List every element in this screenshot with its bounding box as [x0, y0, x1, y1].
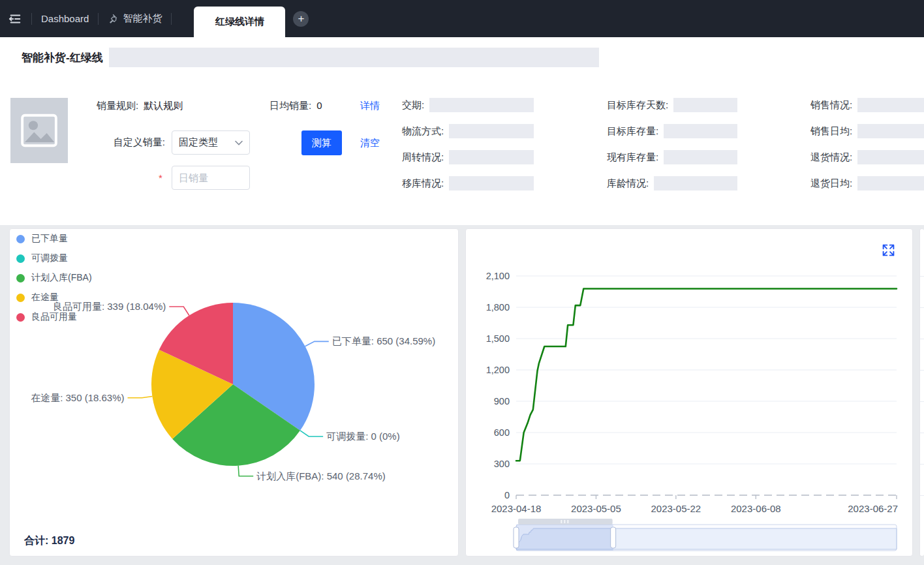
form-row: 退货情况:	[810, 150, 924, 164]
field-label: 销售日均:	[810, 125, 852, 138]
app-window: Dashboard 智能补货 红绿线详情 + 智能补货-红绿线	[0, 0, 924, 565]
legend-label: 计划入库(FBA)	[31, 272, 92, 284]
legend-item[interactable]: 计划入库(FBA)	[16, 273, 92, 282]
form-col-inventory: 目标库存天数: 目标库存量: 现有库存量: 库龄情况:	[607, 98, 737, 202]
calculate-button[interactable]: 测算	[301, 130, 342, 155]
field-label: 移库情况:	[402, 177, 444, 190]
datazoom-selection[interactable]	[516, 525, 613, 551]
x-axis-label: 2023-05-22	[651, 503, 701, 514]
divider	[31, 13, 32, 25]
field-label: 退货日均:	[810, 177, 852, 190]
field-label: 物流方式:	[402, 125, 444, 138]
form-row: 移库情况:	[402, 176, 534, 191]
y-axis-label: 1,200	[486, 365, 510, 375]
daily-avg-label: 日均销量:	[270, 100, 311, 112]
value-placeholder-box	[673, 98, 737, 112]
pie-label: 计划入库(FBA): 540 (28.74%)	[256, 470, 386, 481]
value-placeholder-box	[449, 176, 534, 191]
divider	[98, 13, 99, 25]
detail-link[interactable]: 详情	[360, 100, 380, 112]
nav-smart-replenishment[interactable]: 智能补货	[108, 12, 162, 25]
y-axis-label: 2,100	[486, 271, 510, 281]
pie-legend: 已下单量可调拨量计划入库(FBA)在途量良品可用量	[16, 234, 92, 322]
legend-item[interactable]: 良品可用量	[16, 313, 92, 322]
field-label: 现有库存量:	[607, 151, 658, 164]
daily-avg-value: 0	[316, 100, 322, 112]
required-mark: *	[159, 172, 162, 183]
y-axis-label: 1,800	[486, 302, 510, 313]
value-placeholder-box	[429, 98, 534, 112]
legend-label: 良品可用量	[31, 311, 77, 323]
title-placeholder-box	[109, 48, 599, 67]
collapse-sidebar-icon[interactable]	[8, 12, 22, 26]
y-axis-label: 600	[494, 427, 510, 438]
daily-sales-input[interactable]	[172, 166, 250, 190]
sales-rule-label: 销量规则:	[97, 100, 138, 112]
value-placeholder-box	[449, 124, 534, 138]
chevron-down-icon	[235, 140, 243, 145]
image-icon	[19, 110, 59, 151]
form-row: 库龄情况:	[607, 176, 737, 191]
value-placeholder-box	[857, 176, 924, 191]
fullscreen-expand-icon[interactable]	[882, 243, 895, 260]
value-placeholder-box	[664, 124, 737, 138]
pie-label-line	[128, 396, 153, 397]
pie-label-line	[238, 466, 253, 476]
legend-item[interactable]: 已下单量	[16, 234, 92, 243]
value-placeholder-box	[654, 176, 737, 191]
x-axis-label: 2023-04-18	[491, 503, 542, 514]
nav-dashboard-label: Dashboard	[41, 13, 89, 24]
form-col-sales: 销售情况: 销售日均: 退货情况: 退货日均:	[810, 98, 924, 202]
legend-dot-icon	[16, 254, 25, 263]
x-axis-label: 2023-05-05	[571, 503, 621, 514]
daily-avg-row: 日均销量: 0	[270, 100, 322, 112]
custom-sales-label: 自定义销量:	[90, 136, 165, 149]
field-label: 库龄情况:	[607, 177, 649, 190]
form-row: 销售情况:	[810, 98, 924, 112]
x-axis-label: 2023-06-08	[731, 503, 781, 514]
nav-dashboard[interactable]: Dashboard	[41, 13, 89, 24]
legend-dot-icon	[16, 313, 25, 322]
sales-rule-value: 默认规则	[144, 100, 183, 112]
form-row: 目标库存量:	[607, 124, 737, 138]
value-placeholder-box	[857, 98, 924, 112]
value-placeholder-box	[857, 150, 924, 164]
legend-label: 已下单量	[31, 233, 68, 245]
field-label: 目标库存天数:	[607, 99, 668, 112]
select-value: 固定类型	[179, 136, 218, 149]
page-header: 智能补货-红绿线	[22, 48, 599, 67]
form-row: 目标库存天数:	[607, 98, 737, 112]
trend-line-panel: 03006009001,2001,5001,8002,1002023-04-18…	[465, 228, 913, 557]
inventory-pie-panel: 已下单量可调拨量计划入库(FBA)在途量良品可用量 已下单量: 650 (34.…	[9, 228, 459, 557]
add-tab-button[interactable]: +	[293, 11, 309, 27]
clear-link[interactable]: 清空	[360, 137, 380, 149]
pie-total: 合计: 1879	[24, 534, 74, 548]
value-placeholder-box	[664, 150, 737, 164]
pie-label-line	[300, 431, 323, 436]
datazoom-move-handle[interactable]	[518, 519, 613, 525]
form-row: 退货日均:	[810, 176, 924, 191]
trend-line-series	[516, 289, 897, 461]
divider	[171, 13, 172, 25]
charts-region: 已下单量可调拨量计划入库(FBA)在途量良品可用量 已下单量: 650 (34.…	[0, 225, 924, 565]
legend-item[interactable]: 可调拨量	[16, 254, 92, 263]
form-row: 物流方式:	[402, 124, 534, 138]
legend-item[interactable]: 在途量	[16, 293, 92, 302]
legend-label: 在途量	[31, 292, 59, 303]
pie-label-line	[169, 307, 189, 315]
form-row: 现有库存量:	[607, 150, 737, 164]
datazoom-handle[interactable]	[611, 527, 616, 548]
legend-dot-icon	[16, 294, 25, 302]
plus-icon: +	[298, 13, 304, 24]
tab-red-green-line-detail[interactable]: 红绿线详情	[194, 7, 285, 37]
datazoom-handle[interactable]	[514, 527, 519, 548]
top-navigation-bar: Dashboard 智能补货 红绿线详情 +	[0, 0, 924, 37]
move-handle-dots-icon	[561, 520, 562, 523]
form-row: 周转情况:	[402, 150, 534, 164]
x-axis-label: 2023-06-27	[848, 503, 898, 514]
pie-label: 已下单量: 650 (34.59%)	[332, 335, 435, 346]
custom-sales-select[interactable]: 固定类型	[172, 130, 250, 155]
total-value: 1879	[52, 535, 75, 546]
y-axis-label: 1,500	[486, 333, 510, 344]
product-info-form: 销量规则: 默认规则 日均销量: 0 详情 自定义销量: 固定类型 测算 清空 …	[0, 91, 924, 206]
